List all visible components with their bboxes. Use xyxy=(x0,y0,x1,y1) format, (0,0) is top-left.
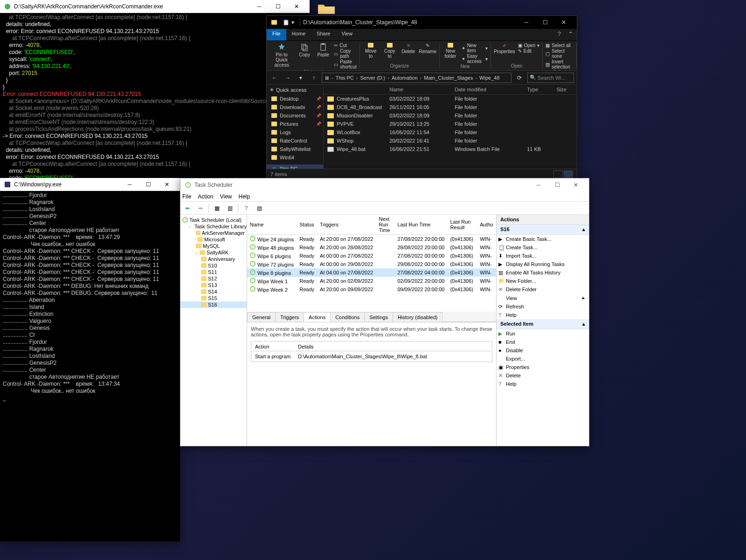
tree-item[interactable]: Logs xyxy=(267,128,323,137)
detail-tab[interactable]: General xyxy=(247,312,276,322)
tree-node[interactable]: Anniversary xyxy=(180,256,247,262)
detail-tab[interactable]: Actions xyxy=(304,312,331,322)
tree-node[interactable]: S12 xyxy=(180,275,247,282)
close-button[interactable]: ✕ xyxy=(554,16,573,29)
open-button[interactable]: ▣ Open ▾ xyxy=(518,43,539,48)
file-row[interactable]: WShop20/02/2022 16:41File folder xyxy=(324,137,577,145)
pin-quick-access-button[interactable]: Pin to Quick access xyxy=(269,43,294,68)
tree-item[interactable]: Win64 xyxy=(267,153,323,162)
quick-access-header[interactable]: ★Quick access xyxy=(267,85,323,95)
action-link[interactable]: ✕Delete Folder xyxy=(497,285,589,294)
new-item-button[interactable]: ✦ New item ▾ xyxy=(462,43,488,53)
minimize-button[interactable]: ─ xyxy=(250,0,269,13)
action-link[interactable]: ⟳Refresh xyxy=(497,302,589,311)
tab-view[interactable]: View xyxy=(336,29,358,41)
maximize-button[interactable]: ☐ xyxy=(269,0,287,13)
tree-item[interactable]: Downloads📌 xyxy=(267,103,323,111)
view-details-button[interactable] xyxy=(553,171,563,178)
titlebar[interactable]: C:\Windows\py.exe ─ ☐ ✕ xyxy=(0,178,180,191)
minimize-button[interactable]: ─ xyxy=(517,16,536,29)
action-link[interactable]: ▶Create Basic Task... xyxy=(497,235,589,243)
action-row[interactable]: Start a program D:\Automation\Main_Clust… xyxy=(252,352,491,361)
task-row[interactable]: Wipe 8 pluginsReadyAt 04:00 on 27/08/202… xyxy=(247,268,496,277)
new-folder-button[interactable]: New folder xyxy=(442,43,459,59)
menu-item[interactable]: File xyxy=(182,193,191,200)
col-name[interactable]: Name xyxy=(386,85,451,95)
close-button[interactable]: ✕ xyxy=(287,0,306,13)
action-link[interactable]: ✕Delete xyxy=(497,371,589,380)
tree-node[interactable]: MySQL xyxy=(180,243,247,249)
help-button[interactable]: ? xyxy=(241,203,251,213)
task-row[interactable]: Wipe 6 pluginsReadyAt 00:00 on 27/08/202… xyxy=(247,252,496,260)
action-link[interactable]: 📁New Folder... xyxy=(497,277,589,285)
tab-home[interactable]: Home xyxy=(286,29,311,41)
file-row[interactable]: PVPVE29/10/2021 13:25File folder xyxy=(324,120,577,128)
detail-tab[interactable]: History (disabled) xyxy=(393,312,443,322)
detail-tab[interactable]: Settings xyxy=(364,312,393,322)
cut-button[interactable]: ✂ Cut xyxy=(334,43,357,48)
action-link[interactable]: ■End xyxy=(497,338,589,346)
copy-path-button[interactable]: ▭ Copy path xyxy=(334,48,357,59)
tree-item[interactable]: Pictures📌 xyxy=(267,120,323,128)
tree-node[interactable]: ›Microsoft xyxy=(180,236,247,243)
move-to-button[interactable]: Move to xyxy=(363,43,379,59)
select-all-button[interactable]: ▦ Select all xyxy=(546,43,573,48)
tab-file[interactable]: File xyxy=(267,29,286,41)
help-icon[interactable]: ? xyxy=(554,29,565,41)
action-link[interactable]: Export... xyxy=(497,355,589,363)
action-link[interactable]: ●Disable xyxy=(497,346,589,355)
this-pc-node[interactable]: 🖥This PC xyxy=(267,164,323,169)
file-row[interactable]: Wipe_48.bat16/06/2022 21:51Windows Batch… xyxy=(324,145,577,153)
task-row[interactable]: Wipe 72 pluginsReadyAt 00:00 on 29/08/20… xyxy=(247,260,496,268)
breadcrumb-item[interactable]: Server (D:) xyxy=(360,75,385,81)
titlebar[interactable]: Task Scheduler ─ ☐ ✕ xyxy=(180,178,589,191)
action-link[interactable]: View▸ xyxy=(497,294,589,302)
menu-item[interactable]: Action xyxy=(198,193,213,200)
delete-button[interactable]: ✕Delete xyxy=(401,43,416,54)
action-link[interactable]: ⬇Import Task... xyxy=(497,252,589,260)
action-link[interactable]: ?Help xyxy=(497,311,589,319)
toolbar-button[interactable]: ▥ xyxy=(225,203,235,213)
recent-dropdown[interactable]: ▾ xyxy=(296,73,306,83)
close-button[interactable]: ✕ xyxy=(566,178,585,191)
titlebar[interactable]: D:\SaltyARK\ArkRconCommander\ArkRconComm… xyxy=(0,0,310,13)
minimize-button[interactable]: ─ xyxy=(529,178,548,191)
action-link[interactable]: ▶Run xyxy=(497,329,589,338)
refresh-button[interactable]: ⟳ xyxy=(514,73,525,83)
detail-tab[interactable]: Conditions xyxy=(330,312,365,322)
forward-button[interactable]: → xyxy=(283,73,293,83)
toolbar-button[interactable]: ▦ xyxy=(212,203,222,213)
collapse-ribbon-button[interactable]: ⌃ xyxy=(565,29,577,41)
titlebar[interactable]: 📋▾ D:\Automation\Main_Cluster_Stages\Wip… xyxy=(267,16,577,29)
action-link[interactable]: ▥Enable All Tasks History xyxy=(497,268,589,277)
tree-item[interactable]: Desktop📌 xyxy=(267,95,323,103)
task-row[interactable]: Wipe Week 2ReadyAt 20:00 on 09/09/202209… xyxy=(247,285,496,294)
back-button[interactable]: ⬅ xyxy=(182,203,193,213)
action-link[interactable]: ▶Display All Running Tasks xyxy=(497,260,589,268)
tree-node[interactable]: S11 xyxy=(180,269,247,275)
action-link[interactable]: ?Help xyxy=(497,380,589,388)
properties-button[interactable]: ✔Properties xyxy=(494,43,515,54)
paste-button[interactable]: Paste xyxy=(315,43,331,57)
col-type[interactable]: Type xyxy=(523,85,553,95)
file-row[interactable]: CreaturesPlus03/02/2022 18:09File folder xyxy=(324,95,577,103)
tree-root[interactable]: Task Scheduler (Local) xyxy=(180,217,247,223)
file-row[interactable]: DCB_48_Broadcast26/11/2021 16:05File fol… xyxy=(324,103,577,111)
tree-node[interactable]: S16 xyxy=(180,301,247,308)
tree-item[interactable]: RateControl xyxy=(267,137,323,145)
invert-selection-button[interactable]: ▨ Invert selection xyxy=(546,59,573,69)
maximize-button[interactable]: ☐ xyxy=(536,16,554,29)
paste-shortcut-button[interactable]: ▭ Paste shortcut xyxy=(334,59,357,69)
tree-library[interactable]: ⌄Task Scheduler Library xyxy=(180,223,247,230)
menu-item[interactable]: View xyxy=(220,193,232,200)
tree-item[interactable]: Documents📌 xyxy=(267,111,323,120)
file-row[interactable]: MissionDisabler03/02/2022 18:09File fold… xyxy=(324,111,577,120)
search-input[interactable]: 🔍 Search Wi... xyxy=(527,73,574,83)
rename-button[interactable]: ✎Rename xyxy=(419,43,436,54)
menu-item[interactable]: Help xyxy=(239,193,250,200)
col-date[interactable]: Date modified xyxy=(451,85,523,95)
breadcrumb-item[interactable]: Automation xyxy=(392,75,418,81)
forward-button[interactable]: ➡ xyxy=(195,203,206,213)
tree-item[interactable]: SaltyWhitelist xyxy=(267,145,323,153)
tree-node[interactable]: S13 xyxy=(180,282,247,288)
